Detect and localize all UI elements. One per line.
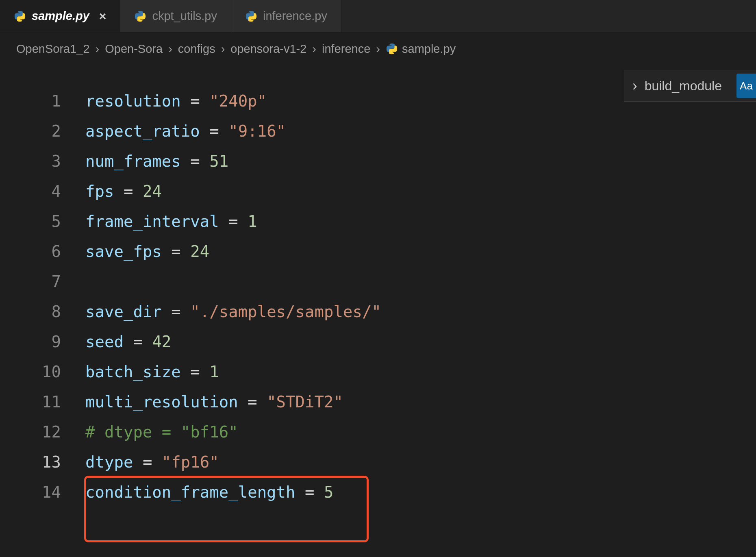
chevron-right-icon: ›	[219, 42, 227, 56]
code-line[interactable]: 6 save_fps = 24	[0, 237, 756, 267]
code-content: aspect_ratio = "9:16"	[85, 116, 286, 146]
code-line[interactable]: 3 num_frames = 51	[0, 146, 756, 176]
code-content: multi_resolution = "STDiT2"	[85, 387, 343, 417]
line-number: 14	[0, 477, 85, 507]
tab-ckpt-utils-py[interactable]: ckpt_utils.py	[120, 0, 231, 32]
line-number: 3	[0, 146, 85, 176]
code-content: frame_interval = 1	[85, 207, 257, 237]
code-content: save_fps = 24	[85, 237, 209, 267]
line-number: 2	[0, 116, 85, 146]
line-number: 12	[0, 417, 85, 447]
code-line[interactable]: 2 aspect_ratio = "9:16"	[0, 116, 756, 146]
code-content: batch_size = 1	[85, 357, 219, 387]
code-content: resolution = "240p"	[85, 86, 267, 116]
code-line[interactable]: 13 dtype = "fp16"	[0, 447, 756, 477]
code-line[interactable]: 7	[0, 267, 756, 297]
code-line[interactable]: 5 frame_interval = 1	[0, 207, 756, 237]
code-content: seed = 42	[85, 327, 171, 357]
code-editor[interactable]: 1 resolution = "240p" 2 aspect_ratio = "…	[0, 61, 756, 507]
chevron-right-icon: ›	[167, 42, 174, 56]
breadcrumb-segment[interactable]: configs	[178, 42, 215, 56]
code-content: fps = 24	[85, 176, 162, 207]
close-icon[interactable]: ×	[99, 10, 106, 22]
line-number: 11	[0, 387, 85, 417]
breadcrumb-file[interactable]: sample.py	[386, 42, 456, 56]
tab-inference-py[interactable]: inference.py	[231, 0, 341, 32]
breadcrumb-segment[interactable]: inference	[322, 42, 370, 56]
python-icon	[134, 10, 146, 22]
code-line[interactable]: 1 resolution = "240p"	[0, 86, 756, 116]
tab-label: ckpt_utils.py	[152, 9, 217, 23]
code-content: condition_frame_length = 5	[85, 477, 334, 507]
code-content: num_frames = 51	[85, 146, 228, 176]
code-line[interactable]: 12 # dtype = "bf16"	[0, 417, 756, 447]
breadcrumb: OpenSora1_2 › Open-Sora › configs › open…	[0, 33, 756, 61]
line-number: 6	[0, 237, 85, 267]
line-number: 4	[0, 176, 85, 207]
code-line[interactable]: 11 multi_resolution = "STDiT2"	[0, 387, 756, 417]
line-number: 13	[0, 447, 85, 477]
breadcrumb-segment[interactable]: opensora-v1-2	[230, 42, 306, 56]
breadcrumb-segment[interactable]: Open-Sora	[105, 42, 163, 56]
line-number: 8	[0, 297, 85, 327]
breadcrumb-segment[interactable]: OpenSora1_2	[16, 42, 90, 56]
tab-bar: sample.py × ckpt_utils.py inference.py	[0, 0, 756, 33]
code-content: # dtype = "bf16"	[85, 417, 238, 447]
chevron-right-icon: ›	[94, 42, 101, 56]
python-icon	[386, 43, 398, 55]
line-number: 1	[0, 86, 85, 116]
chevron-right-icon: ›	[311, 42, 318, 56]
line-number: 7	[0, 267, 85, 297]
code-content: save_dir = "./samples/samples/"	[85, 297, 381, 327]
chevron-right-icon: ›	[374, 42, 382, 56]
tab-label: sample.py	[32, 9, 89, 23]
python-icon	[245, 10, 257, 22]
tab-sample-py[interactable]: sample.py ×	[0, 0, 120, 32]
code-content: dtype = "fp16"	[85, 447, 219, 477]
line-number: 9	[0, 327, 85, 357]
code-line[interactable]: 8 save_dir = "./samples/samples/"	[0, 297, 756, 327]
breadcrumb-file-label: sample.py	[402, 42, 456, 56]
line-number: 5	[0, 207, 85, 237]
code-line[interactable]: 9 seed = 42	[0, 327, 756, 357]
tab-label: inference.py	[263, 9, 327, 23]
python-icon	[14, 10, 26, 22]
code-line[interactable]: 4 fps = 24	[0, 176, 756, 207]
code-line[interactable]: 14 condition_frame_length = 5	[0, 477, 756, 507]
code-line[interactable]: 10 batch_size = 1	[0, 357, 756, 387]
line-number: 10	[0, 357, 85, 387]
